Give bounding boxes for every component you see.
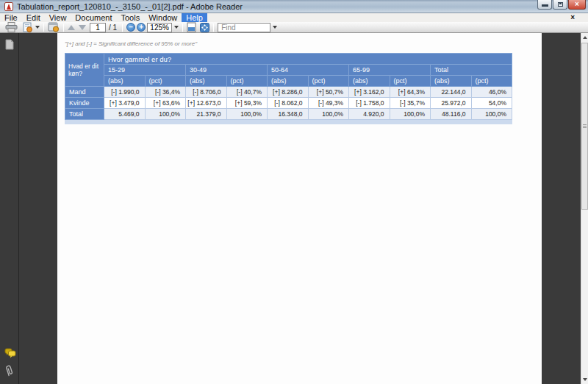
cell: 100,0% bbox=[145, 109, 186, 120]
cell: 100,0% bbox=[471, 109, 512, 120]
pdf-page: "[+] and [-] = Significant difference of… bbox=[57, 33, 542, 384]
find-input[interactable] bbox=[218, 23, 270, 32]
table-row-kvinde: Kvinde [+] 3.479,0 [+] 63,6% [+] 12.673,… bbox=[65, 98, 512, 109]
scrollbar-thumb[interactable] bbox=[581, 43, 588, 210]
printer-icon bbox=[5, 22, 18, 32]
row-label: Kvinde bbox=[65, 98, 104, 109]
toolbar: / 1 − + bbox=[0, 22, 588, 33]
sub-header: (pct) bbox=[308, 76, 349, 87]
sub-header: (abs) bbox=[431, 76, 472, 87]
thumb-grip bbox=[583, 127, 587, 128]
menu-view[interactable]: View bbox=[45, 13, 71, 22]
cell: 54,0% bbox=[471, 98, 512, 109]
zoom-in-icon[interactable]: + bbox=[137, 23, 146, 32]
cell: [+] 50,7% bbox=[308, 87, 349, 98]
cell: 100,0% bbox=[390, 109, 431, 120]
attachments-icon[interactable] bbox=[3, 363, 16, 377]
menu-window[interactable]: Window bbox=[144, 13, 182, 22]
cell: [+] 63,6% bbox=[145, 98, 186, 109]
menu-bar: File Edit View Document Tools Window Hel… bbox=[0, 13, 588, 22]
cell: [-] 1.990,0 bbox=[104, 87, 146, 98]
collaborate-button[interactable] bbox=[48, 22, 60, 32]
previous-page-icon[interactable] bbox=[68, 25, 75, 30]
zoom-dropdown-icon[interactable] bbox=[174, 26, 179, 29]
cell: [+] 12.673,0 bbox=[186, 98, 227, 109]
sub-header: (abs) bbox=[104, 76, 146, 87]
navigation-pane-strip bbox=[0, 33, 19, 384]
adobe-reader-app-icon bbox=[4, 2, 13, 11]
cell: [-] 1.758,0 bbox=[349, 98, 390, 109]
table-bottom-strip bbox=[65, 120, 512, 124]
sub-header: (pct) bbox=[145, 76, 186, 87]
scrolling-mode-button[interactable] bbox=[187, 22, 196, 32]
cell: [+] 3.162,0 bbox=[349, 87, 390, 98]
age-group-header: Total bbox=[431, 65, 512, 76]
email-export-button[interactable] bbox=[21, 22, 40, 32]
sub-header: (pct) bbox=[390, 76, 431, 87]
table-row-total: Total 5.469,0 100,0% 21.379,0 100,0% 16.… bbox=[65, 109, 512, 120]
page-number-input[interactable] bbox=[90, 23, 106, 32]
zoom-out-icon[interactable]: − bbox=[126, 23, 135, 32]
find-dropdown-icon[interactable] bbox=[273, 26, 277, 29]
scroll-up-button[interactable] bbox=[581, 33, 588, 42]
table-row-mand: Mand [-] 1.990,0 [-] 36,4% [-] 8.706,0 [… bbox=[65, 87, 512, 98]
cell: 16.348,0 bbox=[268, 109, 309, 120]
close-icon: × bbox=[575, 0, 579, 8]
row-label: Mand bbox=[65, 87, 104, 98]
toolbar-separator bbox=[213, 24, 214, 32]
group-header: Hvor gammel er du? bbox=[104, 54, 512, 65]
cell: [-] 36,4% bbox=[145, 87, 186, 98]
minimize-icon bbox=[542, 4, 548, 7]
fullscreen-button[interactable] bbox=[200, 23, 209, 32]
menu-edit[interactable]: Edit bbox=[22, 13, 45, 22]
print-button[interactable] bbox=[5, 22, 18, 32]
cell: 100,0% bbox=[308, 109, 349, 120]
collaborate-icon bbox=[48, 22, 60, 32]
age-group-header: 30-49 bbox=[186, 65, 268, 76]
cell: 25.972,0 bbox=[431, 98, 472, 109]
email-export-icon bbox=[21, 22, 33, 32]
cell: [+] 59,3% bbox=[226, 98, 268, 109]
chevron-down-icon bbox=[35, 26, 40, 29]
toolbar-separator bbox=[63, 24, 64, 32]
sub-header: (abs) bbox=[268, 76, 309, 87]
cell: 21.379,0 bbox=[186, 109, 227, 120]
fullscreen-icon bbox=[200, 23, 209, 32]
minimize-button[interactable] bbox=[537, 0, 552, 10]
close-button[interactable]: × bbox=[568, 0, 586, 10]
thumb-grip bbox=[583, 124, 587, 125]
menu-tools[interactable]: Tools bbox=[117, 13, 145, 22]
menu-file[interactable]: File bbox=[0, 13, 22, 22]
cell: [-] 49,3% bbox=[308, 98, 349, 109]
row-label: Total bbox=[65, 109, 104, 120]
cell: 22.144,0 bbox=[431, 87, 472, 98]
crosstab-table: Hvad er dit køn? Hvor gammel er du? 15-2… bbox=[65, 53, 512, 124]
toolbar-separator bbox=[182, 24, 183, 32]
document-canvas: "[+] and [-] = Significant difference of… bbox=[0, 33, 588, 384]
sub-header: (abs) bbox=[186, 76, 227, 87]
scroll-down-button[interactable] bbox=[581, 375, 588, 384]
cell: 100,0% bbox=[226, 109, 268, 120]
close-document-icon[interactable]: × bbox=[570, 13, 575, 22]
restore-button[interactable] bbox=[553, 0, 567, 10]
toolbar-separator bbox=[43, 24, 44, 32]
page-thumbnails-icon[interactable] bbox=[4, 39, 14, 50]
zoom-level-input[interactable] bbox=[147, 23, 172, 32]
next-page-icon[interactable] bbox=[79, 25, 86, 30]
cell: [+] 8.286,0 bbox=[268, 87, 309, 98]
cell: [-] 8.706,0 bbox=[186, 87, 227, 98]
restore-icon bbox=[558, 2, 563, 7]
cell: 4.920,0 bbox=[349, 109, 390, 120]
comments-icon[interactable] bbox=[4, 348, 16, 358]
cell: [-] 35,7% bbox=[390, 98, 431, 109]
sub-header: (abs) bbox=[349, 76, 390, 87]
age-group-header: 15-29 bbox=[104, 65, 186, 76]
sub-header: (pct) bbox=[226, 76, 268, 87]
cell: [+] 64,3% bbox=[390, 87, 431, 98]
window-title: Tabulation_report_120810_-_3150_-_01[2].… bbox=[17, 2, 243, 11]
vertical-scrollbar[interactable] bbox=[581, 33, 588, 384]
menu-document[interactable]: Document bbox=[71, 13, 116, 22]
cell: 48.116,0 bbox=[431, 109, 472, 120]
menu-help[interactable]: Help bbox=[182, 13, 207, 22]
adobe-reader-window: Tabulation_report_120810_-_3150_-_01[2].… bbox=[0, 0, 588, 384]
